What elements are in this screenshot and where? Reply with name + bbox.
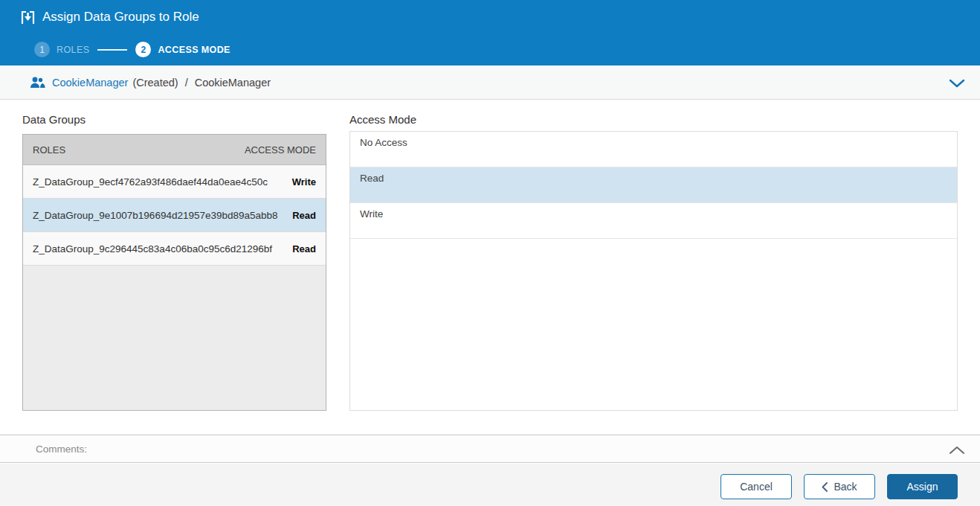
back-button[interactable]: Back: [804, 474, 875, 499]
step-roles[interactable]: 1 ROLES: [34, 42, 89, 57]
data-groups-table: ROLES ACCESS MODE Z_DataGroup_9ecf4762a9…: [22, 134, 326, 411]
chevron-up-icon[interactable]: [946, 441, 968, 461]
data-groups-table-header: ROLES ACCESS MODE: [23, 135, 326, 165]
step-access-mode-label: ACCESS MODE: [158, 45, 230, 55]
footer: Cancel Back Assign: [0, 464, 980, 506]
step-access-mode[interactable]: 2 ACCESS MODE: [135, 42, 230, 57]
table-row[interactable]: Z_DataGroup_9c296445c83a4c06ba0c95c6d212…: [23, 232, 326, 266]
data-group-name: Z_DataGroup_9c296445c83a4c06ba0c95c6d212…: [33, 243, 272, 254]
access-mode-list: No Access Read Write: [349, 131, 958, 411]
data-groups-title: Data Groups: [22, 113, 86, 126]
access-mode-option-read[interactable]: Read: [350, 167, 957, 203]
data-group-name: Z_DataGroup_9ecf4762a93f486daef44da0eae4…: [33, 176, 268, 188]
access-mode-option-write[interactable]: Write: [350, 203, 957, 239]
breadcrumb-role-link[interactable]: CookieManager: [52, 77, 128, 89]
access-mode-title: Access Mode: [349, 113, 416, 126]
step-access-mode-number: 2: [135, 42, 151, 57]
chevron-left-icon: [822, 482, 828, 492]
wizard-title-row: Assign Data Groups to Role: [21, 10, 199, 25]
back-button-label: Back: [834, 481, 857, 493]
breadcrumb: CookieManager (Created) / CookieManager: [0, 65, 980, 100]
data-group-access-mode: Write: [292, 176, 316, 188]
chevron-down-icon[interactable]: [946, 74, 968, 94]
column-header-roles: ROLES: [33, 144, 65, 156]
wizard-stepper: 1 ROLES 2 ACCESS MODE: [34, 42, 231, 57]
data-group-access-mode: Read: [292, 210, 316, 221]
data-group-access-mode: Read: [292, 243, 316, 254]
assign-icon: [21, 10, 35, 25]
assign-button[interactable]: Assign: [887, 474, 958, 499]
comments-label: Comments:: [36, 443, 87, 455]
table-row[interactable]: Z_DataGroup_9ecf4762a93f486daef44da0eae4…: [23, 165, 326, 199]
data-group-name: Z_DataGroup_9e1007b196694d21957e39bd89a5…: [33, 210, 278, 221]
users-icon: [30, 77, 45, 89]
breadcrumb-current: CookieManager: [195, 77, 271, 89]
breadcrumb-status: (Created): [132, 77, 178, 89]
wizard-header: Assign Data Groups to Role 1 ROLES 2 ACC…: [0, 0, 980, 65]
page-title: Assign Data Groups to Role: [42, 10, 199, 25]
breadcrumb-separator: /: [185, 77, 188, 89]
step-roles-number: 1: [34, 42, 50, 57]
comments-bar: Comments:: [0, 435, 980, 463]
column-header-access-mode: ACCESS MODE: [245, 144, 316, 156]
assign-data-groups-dialog: Assign Data Groups to Role 1 ROLES 2 ACC…: [0, 0, 980, 506]
access-mode-option-no-access[interactable]: No Access: [350, 132, 957, 167]
footer-buttons: Cancel Back Assign: [721, 474, 958, 499]
table-row-selected[interactable]: Z_DataGroup_9e1007b196694d21957e39bd89a5…: [23, 199, 326, 232]
step-connector: [97, 49, 127, 51]
cancel-button[interactable]: Cancel: [721, 474, 792, 499]
step-roles-label: ROLES: [57, 45, 89, 55]
